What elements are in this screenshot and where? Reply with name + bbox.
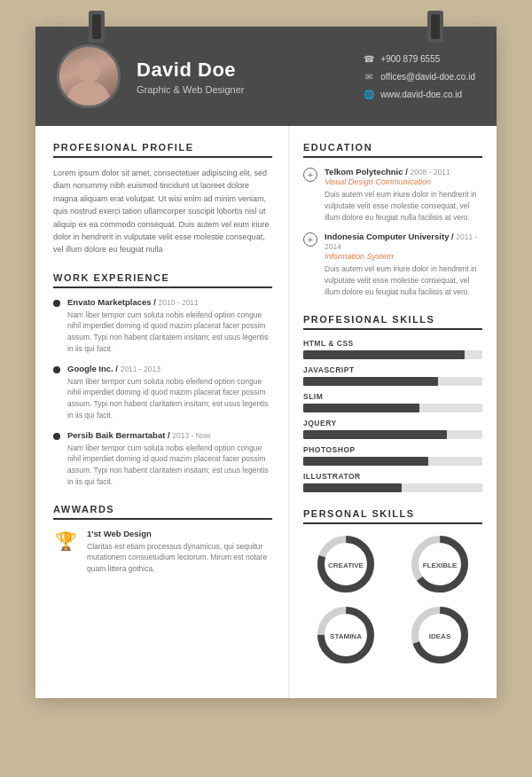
donut-label: CREATIVE bbox=[328, 561, 364, 569]
edu-school: Indonesia Computer University / 2011 - 2… bbox=[325, 232, 482, 251]
avatar-image bbox=[59, 47, 118, 106]
work-items-container: Envato Marketplaces / 2010 - 2011 Nam li… bbox=[53, 297, 272, 488]
skill-bar-fill bbox=[303, 404, 419, 412]
award-title: 1'st Web Design bbox=[87, 529, 272, 538]
website-value: www.david-doe.co.id bbox=[380, 90, 462, 99]
skill-bar-fill bbox=[303, 483, 402, 492]
email-value: offices@david-doe.co.id bbox=[380, 72, 475, 82]
skill-item: HTML & CSS bbox=[303, 339, 482, 359]
profile-section-title: PROFESIONAL PROFILE bbox=[53, 142, 272, 158]
awards-section-title: AWWARDS bbox=[53, 504, 272, 520]
clip-right bbox=[427, 11, 443, 43]
award-icon: 🏆 bbox=[53, 529, 78, 553]
skill-label: ILLUSTRATOR bbox=[303, 472, 482, 481]
header-job-title: Graphic & Web Designer bbox=[137, 84, 347, 95]
donut-chart: STAMINA bbox=[315, 604, 377, 666]
profile-section: PROFESIONAL PROFILE Lorem ipsum dolor si… bbox=[53, 142, 272, 256]
resume: David Doe Graphic & Web Designer ☎ +900 … bbox=[35, 27, 497, 698]
skill-item: ILLUSTRATOR bbox=[303, 472, 482, 492]
left-column: PROFESIONAL PROFILE Lorem ipsum dolor si… bbox=[35, 126, 289, 698]
clip-left bbox=[89, 11, 105, 43]
work-period: 2013 - Now bbox=[172, 431, 210, 440]
personal-skill-item: STAMINA bbox=[303, 604, 388, 666]
donut-label: IDEAS bbox=[429, 632, 451, 640]
work-bullet bbox=[53, 300, 60, 307]
education-section: EDUCATION + Telkom Polytechnic / 2008 - … bbox=[303, 142, 482, 298]
donut-label: STAMINA bbox=[330, 632, 362, 640]
edu-period: 2008 - 2011 bbox=[410, 168, 450, 177]
contact-website: 🌐 www.david-doe.co.id bbox=[363, 88, 475, 100]
work-section-title: WORK EXPERIENCE bbox=[53, 272, 272, 288]
skill-bar-fill bbox=[303, 350, 465, 359]
right-column: EDUCATION + Telkom Polytechnic / 2008 - … bbox=[289, 126, 497, 698]
work-company: Persib Baik Bermartabat / 2013 - Now bbox=[67, 430, 272, 440]
skill-bar-bg bbox=[303, 457, 482, 466]
work-company: Envato Marketplaces / 2010 - 2011 bbox=[67, 297, 272, 307]
avatar bbox=[57, 44, 121, 108]
work-content: Google Inc. / 2011 - 2013 Nam liber temp… bbox=[67, 364, 272, 421]
edu-item: + Telkom Polytechnic / 2008 - 2011 Visua… bbox=[303, 167, 482, 223]
work-company: Google Inc. / 2011 - 2013 bbox=[67, 364, 272, 373]
edu-plus-icon: + bbox=[303, 168, 317, 182]
prof-skills-section: PROFESIONAL SKILLS HTML & CSS JAVASCRIPT… bbox=[303, 314, 482, 492]
skill-bar-bg bbox=[303, 350, 482, 359]
edu-subject: Visual Design Communication bbox=[325, 177, 482, 186]
globe-icon: 🌐 bbox=[363, 88, 375, 100]
work-item: Persib Baik Bermartabat / 2013 - Now Nam… bbox=[53, 430, 272, 488]
skill-bar-bg bbox=[303, 404, 482, 412]
award-desc: Claritas est etiam processus dynamicus, … bbox=[87, 541, 272, 575]
personal-skill-item: CREATIVE bbox=[303, 533, 388, 595]
skills-container: HTML & CSS JAVASCRIPT SLIM JQUERY PHOTOS… bbox=[303, 339, 482, 492]
profile-text: Lorem ipsum dolor sit amet, consectetuer… bbox=[53, 167, 272, 256]
work-item: Google Inc. / 2011 - 2013 Nam liber temp… bbox=[53, 364, 272, 421]
work-bullet bbox=[53, 433, 60, 440]
awards-section: AWWARDS 🏆 1'st Web Design Claritas est e… bbox=[53, 504, 272, 575]
personal-skills-grid: CREATIVE FLEXIBLE STAMINA IDEAS bbox=[303, 533, 482, 666]
edu-desc: Duis autem vel eum iriure dolor in hendr… bbox=[325, 263, 482, 297]
skill-bar-bg bbox=[303, 377, 482, 386]
edu-school: Telkom Polytechnic / 2008 - 2011 bbox=[325, 167, 482, 177]
work-period: 2010 - 2011 bbox=[158, 298, 198, 307]
skill-bar-fill bbox=[303, 457, 428, 466]
edu-items-container: + Telkom Polytechnic / 2008 - 2011 Visua… bbox=[303, 167, 482, 298]
skill-label: PHOTOSHOP bbox=[303, 445, 482, 454]
skill-item: JQUERY bbox=[303, 419, 482, 439]
phone-value: +900 879 6555 bbox=[380, 54, 440, 64]
skill-bar-bg bbox=[303, 430, 482, 439]
contact-phone: ☎ +900 879 6555 bbox=[363, 52, 475, 65]
header-contact: ☎ +900 879 6555 ✉ offices@david-doe.co.i… bbox=[363, 52, 475, 100]
donut-label: FLEXIBLE bbox=[423, 561, 458, 569]
work-desc: Nam liber tempor cum soluta nobis eleife… bbox=[67, 376, 272, 421]
award-item: 🏆 1'st Web Design Claritas est etiam pro… bbox=[53, 529, 272, 575]
edu-subject: Information System bbox=[325, 252, 482, 261]
personal-skill-item: FLEXIBLE bbox=[397, 533, 482, 595]
edu-desc: Duis autem vel eum iriure dolor in hendr… bbox=[325, 189, 482, 223]
donut-chart: CREATIVE bbox=[315, 533, 377, 595]
skill-bar-bg bbox=[303, 483, 482, 492]
skill-bar-fill bbox=[303, 377, 438, 386]
work-item: Envato Marketplaces / 2010 - 2011 Nam li… bbox=[53, 297, 272, 355]
contact-email: ✉ offices@david-doe.co.id bbox=[363, 70, 475, 82]
header-name: David Doe bbox=[137, 59, 347, 82]
work-content: Persib Baik Bermartabat / 2013 - Now Nam… bbox=[67, 430, 272, 488]
edu-content: Telkom Polytechnic / 2008 - 2011 Visual … bbox=[325, 167, 482, 223]
skill-item: PHOTOSHOP bbox=[303, 445, 482, 466]
edu-content: Indonesia Computer University / 2011 - 2… bbox=[325, 232, 482, 297]
personal-skills-section: PERSONAL SKILLS CREATIVE FLEXIBLE STAMIN… bbox=[303, 508, 482, 666]
edu-item: + Indonesia Computer University / 2011 -… bbox=[303, 232, 482, 297]
skill-label: JAVASCRIPT bbox=[303, 365, 482, 374]
work-desc: Nam liber tempor cum soluta nobis eleife… bbox=[67, 310, 272, 355]
skill-bar-fill bbox=[303, 430, 447, 439]
edu-period: 2011 - 2014 bbox=[325, 232, 477, 251]
personal-skill-item: IDEAS bbox=[397, 604, 482, 666]
work-period: 2011 - 2013 bbox=[121, 365, 160, 373]
work-section: WORK EXPERIENCE Envato Marketplaces / 20… bbox=[53, 272, 272, 488]
resume-body: PROFESIONAL PROFILE Lorem ipsum dolor si… bbox=[35, 126, 497, 698]
prof-skills-title: PROFESIONAL SKILLS bbox=[303, 314, 482, 330]
page-wrapper: David Doe Graphic & Web Designer ☎ +900 … bbox=[35, 27, 497, 698]
work-content: Envato Marketplaces / 2010 - 2011 Nam li… bbox=[67, 297, 272, 355]
work-desc: Nam liber tempor cum soluta nobis eleife… bbox=[67, 443, 272, 488]
skill-label: SLIM bbox=[303, 392, 482, 401]
skill-item: SLIM bbox=[303, 392, 482, 412]
phone-icon: ☎ bbox=[363, 52, 375, 65]
